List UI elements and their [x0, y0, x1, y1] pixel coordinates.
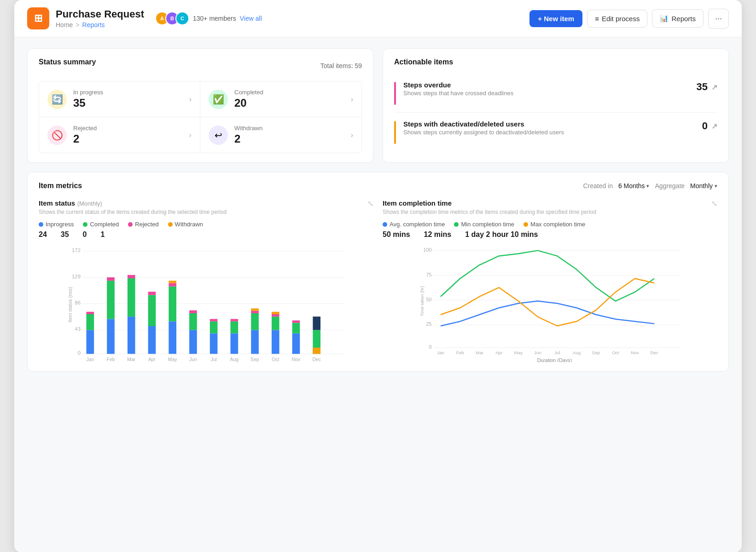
item-status-chart-section: Item status (Monthly) ⤡ Shows the curren…: [39, 199, 373, 362]
top-row: Status summary Total items: 59 🔄 In prog…: [27, 48, 729, 163]
val-max: 1 day 2 hour 10 mins: [465, 230, 538, 239]
more-options-button[interactable]: ···: [708, 9, 729, 29]
svg-text:Jan: Jan: [437, 350, 444, 355]
reports-button[interactable]: 📊 Reports: [652, 9, 704, 28]
legend-withdrawn: Withdrawn: [168, 221, 203, 228]
completed-text: Completed 20: [234, 89, 344, 109]
completed-chevron: ›: [351, 95, 353, 104]
header-actions: + New item ≡ Edit process 📊 Reports ···: [529, 9, 729, 29]
breadcrumb-current: Reports: [82, 21, 105, 29]
svg-rect-16: [107, 277, 115, 281]
total-items: Total items: 59: [320, 62, 362, 69]
svg-rect-49: [313, 348, 320, 354]
svg-text:50: 50: [426, 297, 431, 302]
aggregate-value: Monthly: [690, 182, 713, 190]
svg-text:Dec: Dec: [650, 350, 658, 355]
rejected-count: 2: [73, 132, 183, 145]
svg-text:Apr: Apr: [495, 350, 503, 355]
svg-text:May: May: [168, 357, 177, 362]
legend-dot-withdrawn: [168, 222, 173, 227]
overdue-bar-indicator: [394, 82, 396, 105]
aggregate-select[interactable]: Aggregate Monthly ▾: [655, 182, 717, 190]
svg-rect-32: [210, 319, 218, 321]
legend-dot-rejected: [128, 222, 133, 227]
deactivated-external-icon[interactable]: ↗: [711, 122, 717, 131]
edit-process-button[interactable]: ≡ Edit process: [587, 10, 647, 28]
in-progress-icon: 🔄: [52, 94, 63, 105]
line-chart-svg: 100 75 50 25 0 Time taken: [383, 242, 717, 362]
legend-dot-completed: [83, 222, 87, 227]
overdue-count-group: 35 ↗: [697, 81, 717, 93]
svg-rect-38: [251, 311, 259, 313]
page-title: Purchase Request: [56, 8, 144, 20]
line-chart-desc: Shows the completion time metrics of the…: [383, 209, 717, 215]
svg-rect-31: [210, 322, 218, 334]
legend-avg: Avg. completion time: [383, 221, 445, 228]
new-item-button[interactable]: + New item: [529, 10, 582, 27]
status-item-completed[interactable]: ✅ Completed 20 ›: [200, 81, 361, 117]
view-all-link[interactable]: View all: [240, 15, 262, 22]
svg-text:May: May: [514, 350, 523, 355]
line-chart-expand-icon[interactable]: ⤡: [711, 199, 717, 208]
bar-chart-expand-icon[interactable]: ⤡: [367, 199, 373, 208]
edit-process-label: Edit process: [602, 15, 640, 23]
actionable-item-steps-overdue: Steps overdue Shows steps that have cros…: [394, 74, 717, 113]
in-progress-text: In progress 35: [73, 89, 183, 109]
status-grid: 🔄 In progress 35 › ✅: [39, 81, 362, 153]
val-avg: 50 mins: [383, 230, 410, 239]
completed-count: 20: [234, 97, 344, 109]
svg-rect-46: [292, 321, 300, 323]
svg-text:Sep: Sep: [250, 357, 259, 362]
line-chart-vals: 50 mins 12 mins 1 day 2 hour 10 mins: [383, 230, 717, 239]
svg-text:Jul: Jul: [210, 357, 216, 362]
status-item-rejected[interactable]: 🚫 Rejected 2 ›: [39, 117, 200, 153]
completed-icon: ✅: [213, 94, 224, 105]
rejected-chevron: ›: [189, 131, 192, 139]
legend-dot-max: [523, 222, 528, 227]
rejected-text: Rejected 2: [73, 125, 183, 145]
status-item-withdrawn[interactable]: ↩ Withdrawn 2 ›: [200, 117, 361, 153]
svg-rect-14: [107, 319, 115, 354]
svg-rect-11: [87, 330, 94, 354]
item-completion-chart-section: Item completion time ⤡ Shows the complet…: [383, 199, 717, 362]
svg-rect-12: [87, 314, 94, 330]
svg-text:86: 86: [75, 300, 81, 305]
aggregate-caret: ▾: [715, 183, 717, 189]
bar-chart-legend: Inprogress Completed Rejected Withd: [39, 221, 373, 228]
val-completed: 35: [61, 230, 69, 239]
svg-text:Mar: Mar: [127, 357, 135, 362]
created-in-caret: ▾: [646, 183, 649, 189]
svg-text:Dec: Dec: [312, 357, 320, 362]
val-rejected: 0: [83, 230, 87, 239]
completed-icon-wrap: ✅: [209, 90, 228, 109]
deactivated-desc: Shows steps currently assigned to deacti…: [403, 129, 702, 136]
svg-text:Aug: Aug: [573, 350, 581, 355]
svg-rect-35: [231, 319, 238, 321]
created-in-select[interactable]: Created in 6 Months ▾: [583, 182, 649, 190]
created-in-label: Created in: [583, 182, 613, 190]
svg-rect-41: [272, 316, 279, 330]
overdue-desc: Shows steps that have crossed deadlines: [403, 90, 697, 97]
line-chart-title: Item completion time: [383, 199, 452, 207]
legend-completed: Completed: [83, 221, 119, 228]
actionable-item-deactivated: Steps with deactivated/deleted users Sho…: [394, 113, 717, 151]
status-summary-header: Status summary Total items: 59: [39, 58, 362, 74]
main-content: Status summary Total items: 59 🔄 In prog…: [14, 37, 742, 552]
svg-rect-22: [148, 292, 156, 295]
charts-row: Item status (Monthly) ⤡ Shows the curren…: [39, 199, 717, 362]
breadcrumb-home[interactable]: Home: [56, 21, 73, 29]
svg-rect-37: [251, 313, 259, 330]
legend-dot-inprogress: [39, 222, 43, 227]
member-avatars: A B C: [155, 12, 189, 25]
status-item-in-progress[interactable]: 🔄 In progress 35 ›: [39, 81, 200, 117]
svg-text:100: 100: [423, 247, 431, 253]
svg-text:75: 75: [426, 272, 431, 277]
line-chart-canvas: 100 75 50 25 0 Time taken: [383, 242, 717, 362]
completed-label: Completed: [234, 89, 344, 96]
withdrawn-label: Withdrawn: [234, 125, 344, 132]
withdrawn-chevron: ›: [351, 131, 353, 139]
svg-text:Jul: Jul: [554, 350, 560, 355]
overdue-external-icon[interactable]: ↗: [711, 83, 717, 92]
legend-label-min: Min completion time: [461, 221, 514, 228]
avatar: C: [175, 12, 189, 25]
